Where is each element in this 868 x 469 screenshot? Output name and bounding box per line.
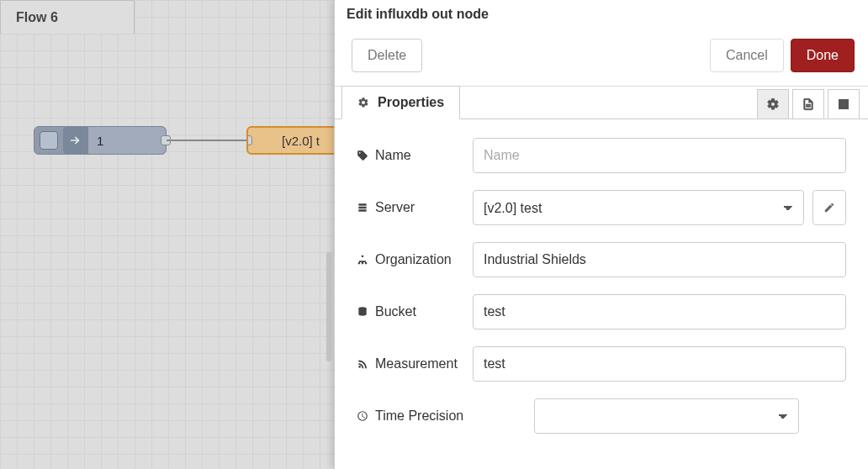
inject-trigger-button[interactable] bbox=[40, 131, 58, 150]
done-button[interactable]: Done bbox=[791, 39, 855, 72]
gear-icon bbox=[766, 97, 780, 111]
panel-tab-row: Properties bbox=[335, 86, 868, 119]
flow-tab[interactable]: Flow 6 bbox=[0, 0, 135, 34]
row-time-precision: Time Precision bbox=[357, 398, 846, 434]
flow-tab-label: Flow 6 bbox=[16, 10, 58, 25]
resize-icon bbox=[837, 97, 850, 111]
server-select[interactable]: [v2.0] test bbox=[473, 190, 804, 225]
influx-input-port[interactable] bbox=[246, 135, 252, 145]
inject-arrow-icon bbox=[63, 127, 88, 154]
organization-label: Organization bbox=[357, 252, 464, 267]
panel-action-row: Delete Cancel Done bbox=[335, 32, 868, 87]
settings-view-button[interactable] bbox=[757, 89, 789, 119]
description-view-button[interactable] bbox=[792, 89, 824, 119]
measurement-label: Measurement bbox=[357, 356, 464, 372]
gear-icon bbox=[357, 97, 369, 108]
bucket-input[interactable] bbox=[473, 294, 846, 329]
row-measurement: Measurement bbox=[357, 346, 846, 382]
appearance-view-button[interactable] bbox=[828, 89, 860, 119]
edit-server-button[interactable] bbox=[812, 190, 846, 225]
name-label-text: Name bbox=[375, 148, 411, 163]
row-organization: Organization bbox=[357, 242, 846, 277]
clock-icon bbox=[357, 410, 368, 422]
node-wire[interactable] bbox=[167, 138, 251, 143]
delete-button[interactable]: Delete bbox=[352, 39, 422, 72]
measurement-label-text: Measurement bbox=[375, 356, 458, 372]
pencil-icon bbox=[823, 202, 835, 213]
properties-tab-label: Properties bbox=[378, 95, 444, 110]
name-input[interactable] bbox=[473, 138, 846, 173]
properties-tab[interactable]: Properties bbox=[341, 86, 460, 119]
server-label-text: Server bbox=[375, 200, 415, 215]
server-icon bbox=[357, 202, 368, 213]
database-icon bbox=[357, 306, 368, 318]
influx-node-label: [v2.0] t bbox=[248, 134, 320, 148]
panel-tab-icons bbox=[757, 89, 868, 119]
measurement-input[interactable] bbox=[473, 346, 846, 382]
organization-label-text: Organization bbox=[375, 252, 452, 267]
sitemap-icon bbox=[357, 254, 368, 266]
bucket-label-text: Bucket bbox=[375, 304, 416, 319]
editor-scrollbar[interactable] bbox=[326, 252, 332, 361]
organization-input[interactable] bbox=[473, 242, 846, 277]
inject-node[interactable]: 1 bbox=[34, 126, 167, 155]
time-precision-label: Time Precision bbox=[357, 408, 525, 424]
rss-icon bbox=[357, 358, 368, 370]
tag-icon bbox=[357, 150, 368, 161]
row-server: Server [v2.0] test bbox=[357, 190, 846, 225]
cancel-button[interactable]: Cancel bbox=[710, 39, 784, 72]
server-label: Server bbox=[357, 200, 464, 215]
bucket-label: Bucket bbox=[357, 304, 464, 319]
document-icon bbox=[802, 97, 815, 111]
edit-panel: Edit influxdb out node Delete Cancel Don… bbox=[334, 0, 868, 469]
inject-node-label: 1 bbox=[88, 127, 166, 154]
row-name: Name bbox=[357, 138, 846, 173]
row-bucket: Bucket bbox=[357, 294, 846, 329]
flow-tab-bar: Flow 6 bbox=[0, 0, 135, 34]
name-label: Name bbox=[357, 148, 464, 163]
time-precision-select[interactable] bbox=[534, 398, 799, 434]
time-precision-label-text: Time Precision bbox=[375, 408, 463, 424]
properties-form: Name Server [v2.0] test Organization bbox=[335, 119, 868, 452]
panel-title: Edit influxdb out node bbox=[335, 0, 868, 32]
